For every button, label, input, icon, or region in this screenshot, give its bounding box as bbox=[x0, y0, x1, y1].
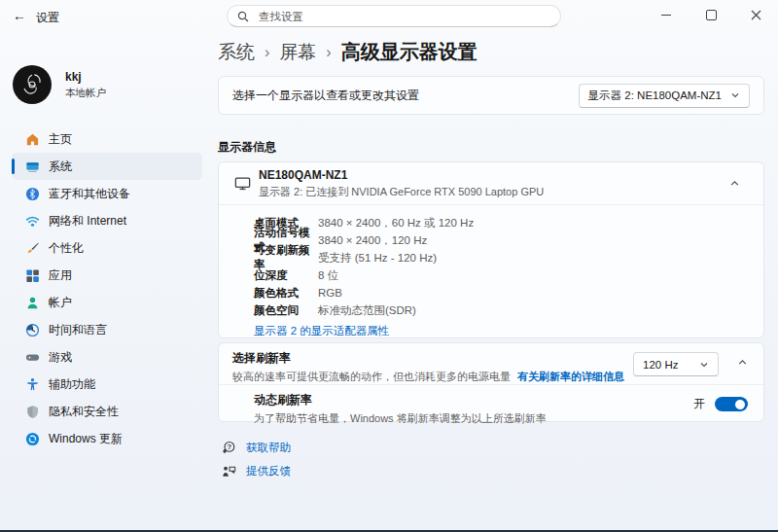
collapse-button[interactable] bbox=[721, 178, 748, 189]
toggle-state-label: 开 bbox=[693, 396, 705, 412]
sidebar-item-personalization[interactable]: 个性化 bbox=[12, 234, 202, 262]
info-row-color-space: 颜色空间 标准动态范围(SDR) bbox=[254, 301, 763, 319]
search-icon bbox=[237, 11, 249, 22]
sidebar: kkj 本地帐户 主页 系统 蓝牙和其他设备 网络和 Internet 个性化 … bbox=[0, 31, 212, 532]
search-input[interactable] bbox=[257, 10, 550, 23]
personalization-icon bbox=[24, 240, 40, 256]
razer-logo-icon bbox=[13, 65, 52, 104]
system-icon bbox=[24, 159, 40, 174]
accounts-icon bbox=[24, 295, 40, 310]
dynamic-refresh-rate-toggle[interactable] bbox=[715, 397, 748, 411]
get-help-icon: ? bbox=[222, 441, 236, 455]
refresh-rate-description: 较高的速率可提供更流畅的动作，但也消耗更多的电源电量 bbox=[232, 371, 511, 382]
display-selector-label: 选择一个显示器以查看或更改其设置 bbox=[232, 88, 419, 104]
page-title: 高级显示器设置 bbox=[341, 39, 477, 65]
dynamic-refresh-rate-title: 动态刷新率 bbox=[254, 392, 763, 408]
display-info-section-title: 显示器信息 bbox=[218, 139, 276, 156]
profile-account-type: 本地帐户 bbox=[65, 87, 106, 99]
display-selector-card: 选择一个显示器以查看或更改其设置 显示器 2: NE180QAM-NZ1 bbox=[218, 76, 764, 115]
sidebar-nav: 主页 系统 蓝牙和其他设备 网络和 Internet 个性化 应用 帐户 时间 bbox=[0, 125, 212, 452]
feedback-label: 提供反馈 bbox=[246, 464, 291, 479]
sidebar-item-label: 游戏 bbox=[49, 349, 72, 366]
breadcrumb-display[interactable]: 屏幕 bbox=[279, 40, 316, 65]
feedback-link[interactable]: 提供反馈 bbox=[222, 464, 291, 479]
back-button[interactable]: ← bbox=[8, 4, 31, 27]
display-info-rows: 桌面模式 3840 × 2400，60 Hz 或 120 Hz 活动信号模式 3… bbox=[219, 205, 763, 319]
sidebar-item-label: 系统 bbox=[49, 159, 72, 175]
refresh-rate-dropdown[interactable]: 120 Hz bbox=[633, 352, 719, 376]
sidebar-item-time-language[interactable]: 时间和语言 bbox=[12, 316, 202, 343]
network-icon bbox=[24, 213, 40, 229]
sidebar-item-privacy[interactable]: 隐私和安全性 bbox=[12, 398, 202, 425]
sidebar-item-label: Windows 更新 bbox=[49, 431, 123, 447]
sidebar-item-accounts[interactable]: 帐户 bbox=[12, 289, 202, 316]
time-language-icon bbox=[24, 322, 40, 337]
chevron-up-icon bbox=[729, 178, 740, 189]
display-adapter-properties-link[interactable]: 显示器 2 的显示适配器属性 bbox=[254, 324, 763, 338]
maximize-icon bbox=[706, 10, 717, 20]
avatar bbox=[13, 65, 52, 104]
windows-update-icon bbox=[24, 431, 40, 446]
maximize-button[interactable] bbox=[689, 0, 733, 30]
display-info-header[interactable]: NE180QAM-NZ1 显示器 2: 已连接到 NVIDIA GeForce … bbox=[219, 162, 763, 205]
sidebar-item-label: 主页 bbox=[49, 131, 72, 148]
sidebar-item-label: 网络和 Internet bbox=[49, 213, 126, 230]
window-controls bbox=[644, 0, 778, 31]
display-selector-dropdown[interactable]: 显示器 2: NE180QAM-NZ1 bbox=[579, 84, 750, 108]
info-row-color-format: 颜色格式 RGB bbox=[254, 284, 763, 301]
home-icon bbox=[24, 131, 40, 147]
info-row-active-signal-mode: 活动信号模式 3840 × 2400，120 Hz bbox=[254, 231, 763, 249]
refresh-rate-value: 120 Hz bbox=[643, 359, 678, 371]
refresh-rate-row: 选择刷新率 较高的速率可提供更流畅的动作，但也消耗更多的电源电量 有关刷新率的详… bbox=[219, 343, 763, 385]
search-box[interactable] bbox=[227, 5, 561, 27]
titlebar: ← 设置 bbox=[0, 0, 778, 31]
dynamic-refresh-rate-row: 动态刷新率 为了帮助节省电量，Windows 将刷新率调整为以上所选刷新率 开 bbox=[219, 385, 763, 426]
display-selector-value: 显示器 2: NE180QAM-NZ1 bbox=[588, 89, 722, 103]
accessibility-icon bbox=[24, 376, 40, 392]
minimize-button[interactable] bbox=[644, 0, 689, 30]
bluetooth-icon bbox=[24, 186, 40, 201]
sidebar-item-label: 时间和语言 bbox=[49, 322, 107, 338]
refresh-rate-card: 选择刷新率 较高的速率可提供更流畅的动作，但也消耗更多的电源电量 有关刷新率的详… bbox=[218, 342, 764, 422]
display-name: NE180QAM-NZ1 bbox=[259, 168, 544, 184]
chevron-down-icon bbox=[699, 360, 709, 370]
monitor-icon bbox=[234, 175, 251, 192]
sidebar-item-home[interactable]: 主页 bbox=[12, 125, 202, 153]
user-profile[interactable]: kkj 本地帐户 bbox=[13, 65, 106, 104]
sidebar-item-accessibility[interactable]: 辅助功能 bbox=[12, 371, 202, 398]
sidebar-item-label: 应用 bbox=[49, 267, 72, 284]
close-button[interactable] bbox=[733, 0, 778, 30]
sidebar-item-system[interactable]: 系统 bbox=[12, 153, 202, 180]
sidebar-item-network[interactable]: 网络和 Internet bbox=[12, 207, 202, 234]
app-title: 设置 bbox=[36, 10, 59, 26]
sidebar-item-label: 辅助功能 bbox=[49, 376, 95, 393]
breadcrumb-system[interactable]: 系统 bbox=[218, 40, 255, 65]
sidebar-item-gaming[interactable]: 游戏 bbox=[12, 343, 202, 371]
toggle-knob bbox=[735, 400, 745, 409]
refresh-rate-learn-more-link[interactable]: 有关刷新率的详细信息 bbox=[517, 371, 624, 382]
get-help-label: 获取帮助 bbox=[246, 441, 291, 455]
close-icon bbox=[751, 10, 761, 20]
info-row-desktop-mode: 桌面模式 3840 × 2400，60 Hz 或 120 Hz bbox=[254, 214, 763, 231]
display-connection-info: 显示器 2: 已连接到 NVIDIA GeForce RTX 5090 Lapt… bbox=[259, 185, 544, 198]
refresh-rate-collapse-button[interactable] bbox=[732, 357, 752, 368]
privacy-icon bbox=[24, 404, 40, 419]
sidebar-item-label: 隐私和安全性 bbox=[49, 404, 119, 420]
info-row-variable-refresh: 可变刷新频率 受支持 (51 Hz - 120 Hz) bbox=[254, 249, 763, 266]
sidebar-item-apps[interactable]: 应用 bbox=[12, 262, 202, 289]
sidebar-item-bluetooth[interactable]: 蓝牙和其他设备 bbox=[12, 180, 202, 207]
sidebar-item-label: 个性化 bbox=[49, 240, 84, 257]
sidebar-item-windows-update[interactable]: Windows 更新 bbox=[12, 425, 202, 452]
chevron-down-icon bbox=[730, 90, 740, 100]
minimize-icon bbox=[661, 15, 671, 16]
breadcrumb-separator: › bbox=[326, 44, 331, 61]
profile-name: kkj bbox=[65, 70, 106, 85]
get-help-link[interactable]: ? 获取帮助 bbox=[222, 441, 291, 455]
sidebar-item-label: 帐户 bbox=[49, 295, 72, 311]
display-info-card: NE180QAM-NZ1 显示器 2: 已连接到 NVIDIA GeForce … bbox=[218, 161, 764, 338]
apps-icon bbox=[24, 267, 40, 283]
breadcrumb: 系统 › 屏幕 › 高级显示器设置 bbox=[218, 39, 477, 65]
gaming-icon bbox=[24, 349, 40, 365]
sidebar-item-label: 蓝牙和其他设备 bbox=[49, 186, 130, 202]
breadcrumb-separator: › bbox=[265, 44, 269, 61]
